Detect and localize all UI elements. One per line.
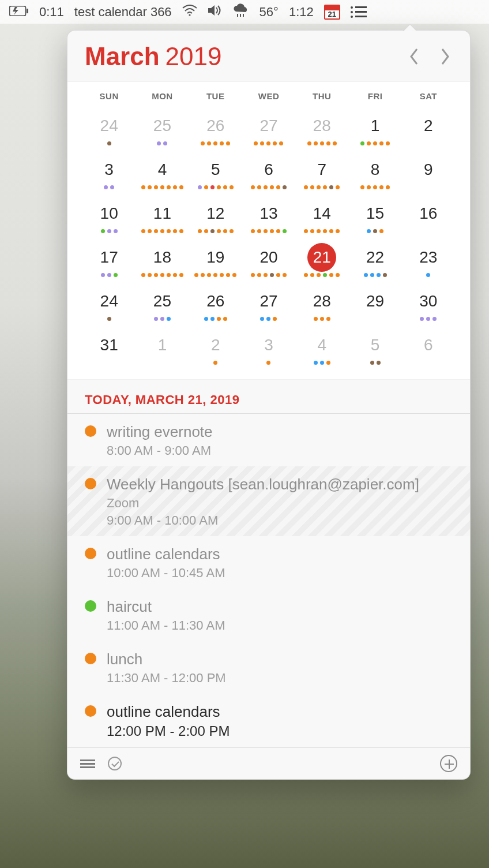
battery-icon [9, 5, 29, 20]
calendar-day[interactable]: 1 [136, 326, 189, 365]
day-number: 5 [201, 155, 230, 184]
menu-button[interactable] [80, 758, 95, 770]
event-dots [370, 361, 381, 365]
calendar-day[interactable]: 2 [189, 326, 242, 365]
calendar-day[interactable]: 24 [82, 107, 136, 146]
calendar-day[interactable]: 15 [348, 194, 401, 234]
reminders-toggle-button[interactable] [108, 757, 122, 770]
day-number: 13 [254, 199, 283, 228]
calendar-day[interactable]: 11 [136, 194, 189, 234]
calendar-day[interactable]: 25 [136, 107, 189, 146]
calendar-day[interactable]: 5 [189, 151, 242, 190]
menu-clock[interactable]: 1:12 [289, 5, 314, 20]
weekday-label: THU [295, 91, 348, 101]
calendar-day[interactable]: 13 [242, 194, 295, 234]
add-event-button[interactable] [440, 755, 457, 772]
calendar-day[interactable]: 27 [242, 107, 295, 146]
event-dots [141, 185, 183, 190]
event-color-dot [85, 548, 96, 559]
day-number: 27 [254, 111, 283, 140]
month-year-title[interactable]: March 2019 [85, 42, 221, 71]
day-number: 23 [414, 243, 443, 272]
calendar-day[interactable]: 3 [82, 151, 136, 190]
menu-countdown[interactable]: 0:11 [39, 5, 64, 20]
event-item[interactable]: outline calendars12:00 PM - 2:00 PM [67, 694, 470, 747]
calendar-day[interactable]: 20 [242, 238, 295, 278]
calendar-day[interactable]: 28 [295, 282, 348, 321]
day-number: 21 [307, 243, 336, 272]
calendar-day[interactable]: 10 [82, 194, 136, 234]
calendar-day[interactable]: 9 [402, 151, 455, 190]
fantastical-menu-icon[interactable]: 21 [324, 5, 340, 20]
event-time: 12:00 PM - 2:00 PM [107, 723, 453, 739]
calendar-day[interactable]: 12 [189, 194, 242, 234]
calendar-day[interactable]: 5 [348, 326, 401, 365]
calendar-day[interactable]: 18 [136, 238, 189, 278]
day-number: 9 [414, 155, 443, 184]
calendar-day[interactable]: 27 [242, 282, 295, 321]
day-number: 31 [95, 331, 123, 360]
year-label: 2019 [165, 42, 222, 71]
event-dots [360, 141, 390, 146]
event-dots [254, 141, 283, 146]
calendar-day[interactable]: 16 [402, 194, 455, 234]
reminders-menu-icon[interactable] [351, 6, 367, 18]
calendar-day[interactable]: 2 [402, 107, 455, 146]
calendar-day[interactable]: 23 [402, 238, 455, 278]
day-number: 16 [414, 199, 443, 228]
event-dots [251, 273, 287, 278]
calendar-day[interactable]: 6 [242, 151, 295, 190]
calendar-grid: SUNMONTUEWEDTHUFRISAT 242526272812345678… [67, 81, 470, 380]
day-number: 26 [201, 111, 230, 140]
event-item[interactable]: outline calendars10:00 AM - 10:45 AM [67, 536, 470, 589]
event-dots [101, 273, 118, 278]
weekday-label: MON [136, 91, 189, 101]
event-color-dot [85, 653, 96, 664]
calendar-day[interactable]: 25 [136, 282, 189, 321]
day-number: 4 [148, 155, 176, 184]
calendar-day[interactable]: 6 [402, 326, 455, 365]
calendar-day[interactable]: 28 [295, 107, 348, 146]
menu-countdown-text[interactable]: test calendar 366 [74, 5, 172, 20]
day-number: 28 [307, 111, 336, 140]
event-color-dot [85, 425, 96, 437]
next-month-button[interactable] [435, 44, 455, 69]
event-item[interactable]: Weekly Hangouts [sean.loughran@zapier.co… [67, 466, 470, 536]
event-dots [157, 141, 167, 146]
event-time: 11:30 AM - 12:00 PM [107, 671, 453, 686]
calendar-day[interactable]: 4 [295, 326, 348, 365]
calendar-day[interactable]: 24 [82, 282, 136, 321]
calendar-day[interactable]: 31 [82, 326, 136, 365]
calendar-day[interactable]: 29 [348, 282, 401, 321]
calendar-day[interactable]: 4 [136, 151, 189, 190]
weekday-label: SAT [402, 91, 455, 101]
calendar-day[interactable]: 19 [189, 238, 242, 278]
calendar-day[interactable]: 17 [82, 238, 136, 278]
calendar-day[interactable]: 14 [295, 194, 348, 234]
calendar-day[interactable]: 26 [189, 282, 242, 321]
calendar-day[interactable]: 3 [242, 326, 295, 365]
event-dots [101, 229, 118, 234]
calendar-day[interactable]: 22 [348, 238, 401, 278]
weekday-label: FRI [348, 91, 401, 101]
event-item[interactable]: writing evernote8:00 AM - 9:00 AM [67, 414, 470, 466]
day-number: 26 [201, 287, 230, 316]
popover-header: March 2019 [67, 31, 470, 81]
calendar-day[interactable]: 1 [348, 107, 401, 146]
menu-temp[interactable]: 56° [259, 5, 279, 20]
calendar-day[interactable]: 26 [189, 107, 242, 146]
event-item[interactable]: lunch11:30 AM - 12:00 PM [67, 641, 470, 694]
weather-icon[interactable] [233, 3, 249, 21]
volume-icon[interactable] [208, 5, 223, 20]
event-dots [213, 361, 217, 365]
calendar-day[interactable]: 21 [295, 238, 348, 278]
event-dots [251, 229, 287, 234]
event-item[interactable]: haircut11:00 AM - 11:30 AM [67, 589, 470, 641]
calendar-day[interactable]: 30 [402, 282, 455, 321]
calendar-day[interactable]: 8 [348, 151, 401, 190]
event-dots [367, 229, 383, 234]
svg-rect-1 [27, 9, 28, 13]
prev-month-button[interactable] [404, 44, 424, 69]
calendar-day[interactable]: 7 [295, 151, 348, 190]
wifi-icon[interactable] [182, 5, 197, 20]
